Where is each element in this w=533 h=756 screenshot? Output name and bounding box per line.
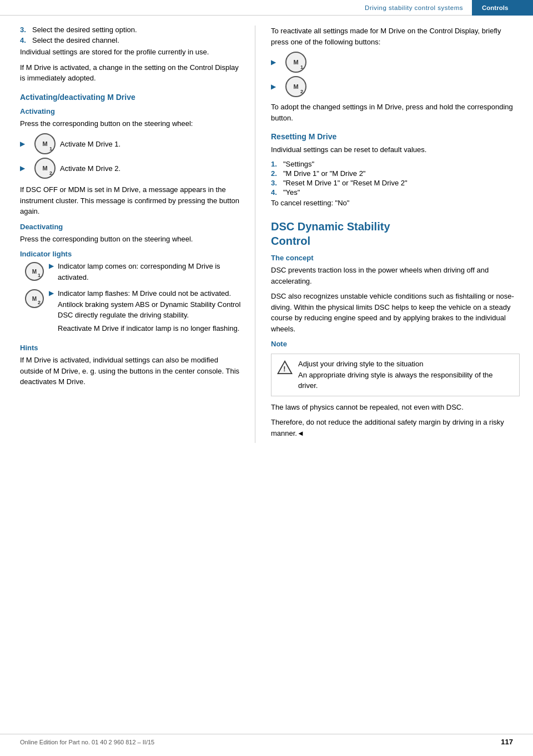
dsc-off-para: If DSC OFF or MDM is set in M Drive, a m… <box>20 184 242 217</box>
reset-step4-num: 4. <box>271 188 283 196</box>
concept-para-2: DSC also recognizes unstable vehicle con… <box>271 291 520 334</box>
reset-step2-text: "M Drive 1" or "M Drive 2" <box>283 169 520 178</box>
indicator-m2-icon: M2 <box>25 289 44 308</box>
reset-step-1: 1. "Settings" <box>271 160 520 168</box>
indicator-1-icon-col: M1 <box>20 261 49 283</box>
bullet-arrow-1: ▶ <box>20 140 30 148</box>
note-text-block: Adjust your driving style to the situati… <box>298 359 514 391</box>
step-3: 3. Select the desired setting option. <box>20 26 242 34</box>
reactivate-m2-bullet: ▶ M2 <box>271 76 520 97</box>
cancel-text: To cancel resetting: "No" <box>271 198 520 209</box>
indicator-2-icon-col: M2 <box>20 288 49 308</box>
resetting-intro: Individual settings can be reset to defa… <box>271 144 520 155</box>
reset-step-2: 2. "M Drive 1" or "M Drive 2" <box>271 169 520 178</box>
reset-step3-text: "Reset M Drive 1" or "Reset M Drive 2" <box>283 179 520 187</box>
step4-text: Select the desired channel. <box>32 36 242 44</box>
reactivate-arrow-1: ▶ <box>271 58 281 66</box>
header-section: Controls <box>472 0 533 16</box>
page-number: 117 <box>501 738 513 746</box>
indicator-2-arrow: ▶ <box>49 288 58 321</box>
reactivate-m1-icon: M1 <box>285 52 306 73</box>
page-header: Driving stability control systems Contro… <box>0 0 533 16</box>
m1-button-icon: M1 <box>34 133 56 154</box>
subsection-hints: Hints <box>20 344 242 352</box>
m-drive-change-para: If M Drive is activated, a change in the… <box>20 62 242 84</box>
indicator-1-arrow: ▶ <box>49 261 58 270</box>
main-content: 3. Select the desired setting option. 4.… <box>0 16 533 443</box>
dsc-heading: DSC Dynamic Stability Control <box>271 219 520 248</box>
note-box: ! Adjust your driving style to the situa… <box>271 354 520 396</box>
section-activate-deactivate: Activating/deactivating M Drive <box>20 93 242 102</box>
svg-text:!: ! <box>283 365 285 373</box>
indicator-1-text-col: ▶ Indicator lamp comes on: corresponding… <box>49 261 242 283</box>
subsection-deactivating: Deactivating <box>20 223 242 231</box>
reactivate-m2-icon: M2 <box>285 76 306 97</box>
deactivating-text: Press the corresponding button on the st… <box>20 234 242 245</box>
reactivate-arrow-2: ▶ <box>271 83 281 90</box>
individual-settings-para: Individual settings are stored for the p… <box>20 47 242 58</box>
step-4: 4. Select the desired channel. <box>20 36 242 44</box>
note-line1: Adjust your driving style to the situati… <box>298 360 423 368</box>
step3-text: Select the desired setting option. <box>32 26 242 34</box>
m-drive-1-bullet: ▶ M1 Activate M Drive 1. <box>20 133 242 154</box>
right-column: To reactivate all settings made for M Dr… <box>255 26 533 443</box>
reset-step1-num: 1. <box>271 160 283 168</box>
subsection-indicator: Indicator lights <box>20 250 242 258</box>
subsection-activating: Activating <box>20 107 242 115</box>
indicator-2-desc: Indicator lamp flashes: M Drive could no… <box>58 288 242 321</box>
indicator-m1-icon: M1 <box>25 262 44 281</box>
m1-action-label: Activate M Drive 1. <box>60 140 120 148</box>
reset-step-3: 3. "Reset M Drive 1" or "Reset M Drive 2… <box>271 179 520 187</box>
reset-step-4: 4. "Yes" <box>271 188 520 196</box>
note-para2: The laws of physics cannot be repealed, … <box>271 402 520 413</box>
step4-num: 4. <box>20 36 32 44</box>
reset-step1-text: "Settings" <box>283 160 520 168</box>
indicator-row-2: M2 ▶ Indicator lamp flashes: M Drive cou… <box>20 288 242 338</box>
note-para3: Therefore, do not reduce the additional … <box>271 417 520 439</box>
concept-para-1: DSC prevents traction loss in the power … <box>271 265 520 286</box>
indicator-row-1: M1 ▶ Indicator lamp comes on: correspond… <box>20 261 242 283</box>
indicator-1-desc: Indicator lamp comes on: corresponding M… <box>58 261 242 283</box>
activating-intro: Press the corresponding button on the st… <box>20 118 242 129</box>
step3-num: 3. <box>20 26 32 34</box>
indicator-2-extra: Reactivate M Drive if indicator lamp is … <box>58 323 239 334</box>
footer-edition: Online Edition for Part no. 01 40 2 960 … <box>20 739 154 745</box>
indicator-2-text-col: ▶ Indicator lamp flashes: M Drive could … <box>49 288 242 338</box>
reset-step4-text: "Yes" <box>283 188 520 196</box>
m2-button-icon: M2 <box>34 158 56 179</box>
warning-icon: ! <box>277 360 293 375</box>
concept-heading: The concept <box>271 254 520 262</box>
header-chapter: Driving stability control systems <box>0 4 472 11</box>
section-resetting: Resetting M Drive <box>271 132 520 141</box>
page-footer: Online Edition for Part no. 01 40 2 960 … <box>0 734 533 746</box>
reactivate-para: To reactivate all settings made for M Dr… <box>271 26 520 47</box>
note-heading: Note <box>271 340 520 348</box>
resetting-steps: 1. "Settings" 2. "M Drive 1" or "M Drive… <box>271 160 520 196</box>
m2-action-label: Activate M Drive 2. <box>60 164 120 173</box>
adopt-para: To adopt the changed settings in M Drive… <box>271 102 520 123</box>
reset-step3-num: 3. <box>271 179 283 187</box>
reset-step2-num: 2. <box>271 169 283 178</box>
left-column: 3. Select the desired setting option. 4.… <box>0 26 255 443</box>
note-line2: An appropriate driving style is always t… <box>298 371 492 390</box>
hints-text: If M Drive is activated, individual sett… <box>20 355 242 387</box>
m-drive-2-bullet: ▶ M2 Activate M Drive 2. <box>20 158 242 179</box>
reactivate-m1-bullet: ▶ M1 <box>271 52 520 73</box>
bullet-arrow-2: ▶ <box>20 164 30 172</box>
